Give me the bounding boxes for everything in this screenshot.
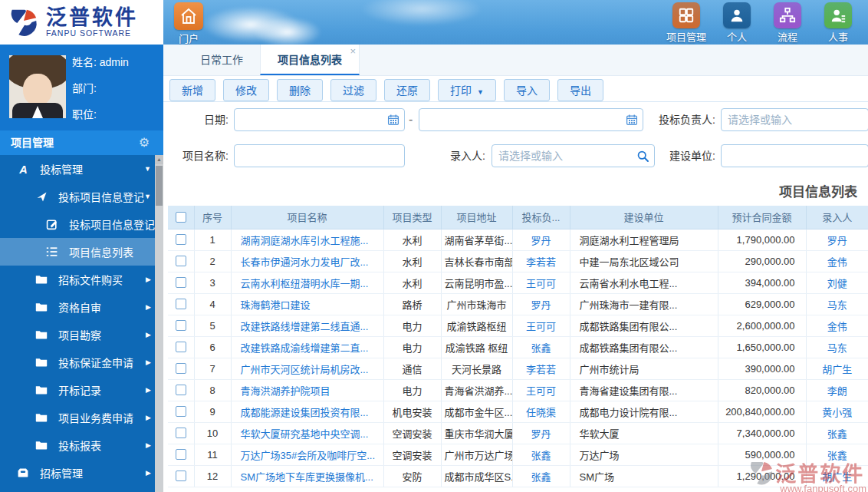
project-name-link[interactable]: 万达广场35#会所及咖啡厅空...	[231, 444, 383, 465]
project-name-link[interactable]: 成都能源建设集团投资有限...	[231, 401, 383, 422]
bid-leader-link[interactable]: 李若若	[512, 358, 570, 379]
table-header-row: 序号项目名称项目类型项目地址投标负...建设单位预计合同金额录入人	[168, 206, 868, 229]
row-checkbox[interactable]	[176, 277, 186, 288]
search-icon[interactable]	[636, 150, 649, 163]
recorder-link[interactable]: 刘健	[806, 272, 868, 293]
sidebar-item-bid-project-register[interactable]: 投标项目信息登记	[0, 210, 163, 238]
sidebar-item-bid-report[interactable]: 投标报表▶	[0, 431, 163, 459]
project-name-link[interactable]: 华软大厦研究基地中央空调...	[231, 422, 383, 444]
date-to-input[interactable]	[419, 108, 643, 131]
row-checkbox[interactable]	[176, 234, 186, 245]
restore-button[interactable]: 还原	[384, 79, 430, 101]
project-name-label: 项目名称:	[163, 144, 229, 167]
tab-project-info-list[interactable]: 项目信息列表×	[260, 45, 360, 75]
row-checkbox[interactable]	[176, 320, 186, 331]
export-button[interactable]: 导出	[557, 79, 603, 101]
project-name-link[interactable]: 青海洪湖养护院项目	[231, 379, 383, 401]
scrollbar-thumb[interactable]	[156, 166, 163, 206]
project-name-link[interactable]: 珠海鹤港口建设	[231, 293, 383, 315]
project-name-link[interactable]: 广州市天河区统计局机房改...	[231, 358, 383, 379]
table-row: 9成都能源建设集团投资有限...机电安装成都市金牛区...任晓渠成都电力设计院有…	[168, 401, 868, 422]
recorder-link[interactable]: 黄小强	[806, 401, 868, 422]
recorder-link[interactable]: 李朗	[806, 379, 868, 401]
row-checkbox[interactable]	[176, 406, 186, 417]
select-all-checkbox[interactable]	[176, 212, 186, 223]
topnav-personal[interactable]: 个人	[712, 2, 762, 44]
sidebar-item-project-survey[interactable]: 项目勘察▶	[0, 321, 163, 348]
project-name-link[interactable]: SM广场地下车库更换摄像机...	[231, 465, 383, 487]
bid-leader-link[interactable]: 张鑫	[512, 444, 570, 465]
bid-leader-link[interactable]: 罗丹	[512, 422, 570, 444]
sidebar-item-bid-deposit-apply[interactable]: 投标保证金申请▶	[0, 348, 163, 376]
row-checkbox[interactable]	[176, 256, 186, 266]
sidebar-item-bid-project-register-group[interactable]: 投标项目信息登记▼	[0, 183, 163, 210]
bid-leader-link[interactable]: 王可可	[512, 379, 570, 401]
recorder-link[interactable]: 胡广生	[806, 358, 868, 379]
project-name-link[interactable]: 湖南洞庭湖水库引水工程施...	[231, 229, 383, 250]
bid-leader-link[interactable]: 张鑫	[512, 465, 570, 487]
folder-icon	[34, 356, 49, 368]
calendar-icon[interactable]	[387, 114, 399, 126]
row-checkbox[interactable]	[176, 471, 186, 481]
row-checkbox[interactable]	[176, 342, 186, 352]
recorder-link[interactable]: 胡广生	[806, 465, 868, 487]
bid-leader-link[interactable]: 王可可	[512, 272, 570, 293]
project-name-link[interactable]: 改建铁路成渝线增建第二直...	[231, 336, 383, 358]
row-checkbox[interactable]	[176, 449, 186, 460]
table-cell: 8	[194, 379, 231, 401]
sidebar-item-bid-management[interactable]: A投标管理▼	[0, 155, 163, 183]
sidebar-item-bid-opening-record[interactable]: 开标记录▶	[0, 376, 163, 404]
tab-daily-work[interactable]: 日常工作	[183, 45, 260, 75]
project-name-link[interactable]: 云南水利枢纽潜明水库一期...	[231, 272, 383, 293]
calendar-icon[interactable]	[626, 114, 638, 126]
menu-label: 投标保证金申请	[58, 355, 133, 370]
build-unit-input[interactable]	[721, 144, 868, 167]
row-checkbox[interactable]	[176, 363, 186, 374]
row-checkbox[interactable]	[176, 428, 186, 438]
bid-leader-link[interactable]: 张鑫	[512, 336, 570, 358]
topnav-workflow[interactable]: 流程	[762, 2, 813, 44]
bid-leader-link[interactable]: 王可可	[512, 315, 570, 336]
sidebar-item-project-business-fee[interactable]: 项目业务费申请▶	[0, 404, 163, 431]
project-name-link[interactable]: 改建铁路线增建第二线直通...	[231, 315, 383, 336]
sidebar-item-tender-management[interactable]: 招标管理▶	[0, 459, 163, 487]
recorder-link[interactable]: 马东	[806, 293, 868, 315]
table-cell: 3	[194, 272, 231, 293]
bid-leader-link[interactable]: 任晓渠	[512, 401, 570, 422]
bid-leader-link[interactable]: 李若若	[512, 250, 570, 272]
recorder-input[interactable]	[492, 144, 655, 167]
sidebar-scrollbar[interactable]: ▲	[155, 155, 163, 492]
bid-leader-link[interactable]: 罗丹	[512, 229, 570, 250]
bid-leader-link[interactable]: 罗丹	[512, 293, 570, 315]
topnav-hr[interactable]: 人事	[813, 2, 863, 44]
recorder-field	[492, 144, 655, 167]
recorder-link[interactable]: 马东	[806, 336, 868, 358]
recorder-link[interactable]: 金伟	[806, 315, 868, 336]
bid-leader-input[interactable]	[721, 108, 868, 131]
add-button[interactable]: 新增	[169, 79, 215, 101]
recorder-link[interactable]: 罗丹	[806, 229, 868, 250]
sidebar-item-project-info-list[interactable]: 项目信息列表	[0, 238, 163, 266]
recorder-link[interactable]: 张鑫	[806, 422, 868, 444]
filter-button[interactable]: 过滤	[330, 79, 376, 101]
gear-icon[interactable]: ⚙	[139, 130, 150, 155]
sidebar-item-qualification-self-check[interactable]: 资格自审▶	[0, 293, 163, 321]
sidebar-item-tender-doc-purchase[interactable]: 招标文件购买▶	[0, 266, 163, 293]
recorder-link[interactable]: 张鑫	[806, 444, 868, 465]
recorder-link[interactable]: 金伟	[806, 250, 868, 272]
tab-close-icon[interactable]: ×	[350, 46, 356, 56]
row-checkbox[interactable]	[176, 299, 186, 309]
table-row: 6改建铁路成渝线增建第二直...电力成渝铁路 枢纽张鑫成都铁路集团有限公...1…	[168, 336, 868, 358]
project-name-input[interactable]	[234, 144, 405, 167]
scrollbar-up-icon[interactable]: ▲	[155, 155, 163, 164]
delete-button[interactable]: 删除	[277, 79, 323, 101]
filter-panel: 日期: -	[163, 102, 868, 177]
topnav-project-management[interactable]: 项目管理	[661, 2, 712, 44]
edit-button[interactable]: 修改	[223, 79, 269, 101]
topnav-portal[interactable]: 门户	[169, 2, 209, 44]
project-name-link[interactable]: 长春市伊通河水力发电厂改...	[231, 250, 383, 272]
date-from-input[interactable]	[234, 108, 405, 131]
row-checkbox[interactable]	[176, 385, 186, 395]
print-button[interactable]: 打印▼	[438, 79, 496, 101]
import-button[interactable]: 导入	[504, 79, 550, 101]
